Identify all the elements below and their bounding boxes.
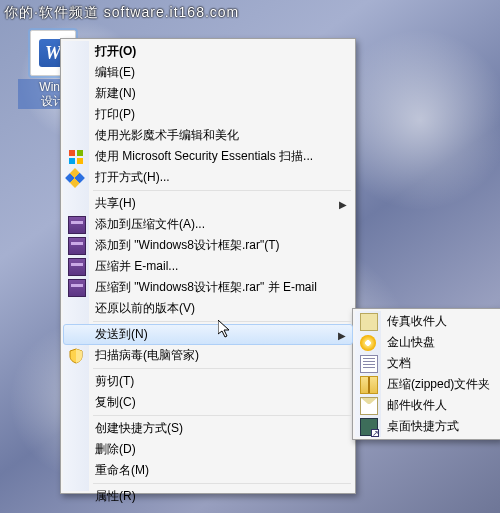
rar-icon xyxy=(68,216,86,234)
submenu-item-desktop-shortcut[interactable]: 桌面快捷方式 xyxy=(355,416,498,437)
shield2-icon xyxy=(68,348,84,364)
menu-item-shortcut[interactable]: 创建快捷方式(S) xyxy=(63,418,353,439)
submenu-item-label: 金山快盘 xyxy=(387,334,435,351)
win-icon xyxy=(68,149,84,165)
submenu-item-label: 传真收件人 xyxy=(387,313,447,330)
menu-item-label: 压缩并 E-mail... xyxy=(95,258,178,275)
submenu-item-zipped-folder[interactable]: 压缩(zipped)文件夹 xyxy=(355,374,498,395)
menu-item-label: 打开方式(H)... xyxy=(95,169,170,186)
watermark-url: software.it168.com xyxy=(104,4,240,20)
menu-separator xyxy=(93,321,351,322)
watermark: 你的·软件频道 software.it168.com xyxy=(4,4,239,22)
shield-icon xyxy=(65,168,85,188)
menu-item-label: 发送到(N) xyxy=(95,326,148,343)
menu-item-label: 添加到压缩文件(A)... xyxy=(95,216,205,233)
svg-rect-0 xyxy=(69,150,75,156)
menu-item-label: 新建(N) xyxy=(95,85,136,102)
menu-item-label: 添加到 "Windows8设计框架.rar"(T) xyxy=(95,237,280,254)
menu-item-open-with[interactable]: 打开方式(H)... xyxy=(63,167,353,188)
menu-separator xyxy=(93,415,351,416)
mail-icon xyxy=(360,397,378,415)
menu-item-label: 属性(R) xyxy=(95,488,136,505)
menu-item-rar-to-email[interactable]: 压缩到 "Windows8设计框架.rar" 并 E-mail xyxy=(63,277,353,298)
menu-item-label: 打印(P) xyxy=(95,106,135,123)
menu-item-delete[interactable]: 删除(D) xyxy=(63,439,353,460)
menu-item-label: 编辑(E) xyxy=(95,64,135,81)
desk-icon xyxy=(360,418,378,436)
menu-item-restore-prev[interactable]: 还原以前的版本(V) xyxy=(63,298,353,319)
submenu-item-jinshan-disk[interactable]: 金山快盘 xyxy=(355,332,498,353)
menu-item-mse-scan[interactable]: 使用 Microsoft Security Essentials 扫描... xyxy=(63,146,353,167)
menu-item-rename[interactable]: 重命名(M) xyxy=(63,460,353,481)
rar-icon xyxy=(68,279,86,297)
zip-icon xyxy=(360,376,378,394)
submenu-arrow-icon: ▶ xyxy=(338,329,346,340)
submenu-item-documents[interactable]: 文档 xyxy=(355,353,498,374)
menu-separator xyxy=(93,483,351,484)
menu-item-label: 还原以前的版本(V) xyxy=(95,300,195,317)
menu-item-label: 扫描病毒(电脑管家) xyxy=(95,347,199,364)
menu-item-share[interactable]: 共享(H)▶ xyxy=(63,193,353,214)
send-to-submenu[interactable]: 传真收件人金山快盘文档压缩(zipped)文件夹邮件收件人桌面快捷方式 xyxy=(352,308,500,440)
submenu-item-fax-recipient[interactable]: 传真收件人 xyxy=(355,311,498,332)
menu-item-new[interactable]: 新建(N) xyxy=(63,83,353,104)
menu-item-copy[interactable]: 复制(C) xyxy=(63,392,353,413)
menu-item-send-to[interactable]: 发送到(N)▶ xyxy=(63,324,353,345)
menu-item-label: 打开(O) xyxy=(95,43,136,60)
menu-item-label: 共享(H) xyxy=(95,195,136,212)
disk-icon xyxy=(360,335,376,351)
menu-separator xyxy=(93,190,351,191)
menu-item-label: 使用光影魔术手编辑和美化 xyxy=(95,127,239,144)
menu-item-magic-edit[interactable]: 使用光影魔术手编辑和美化 xyxy=(63,125,353,146)
rar-icon xyxy=(68,258,86,276)
submenu-item-label: 压缩(zipped)文件夹 xyxy=(387,376,490,393)
menu-item-label: 使用 Microsoft Security Essentials 扫描... xyxy=(95,148,313,165)
menu-item-cut[interactable]: 剪切(T) xyxy=(63,371,353,392)
submenu-item-label: 桌面快捷方式 xyxy=(387,418,459,435)
submenu-arrow-icon: ▶ xyxy=(339,198,347,209)
submenu-item-mail-recipient[interactable]: 邮件收件人 xyxy=(355,395,498,416)
menu-item-label: 创建快捷方式(S) xyxy=(95,420,183,437)
desktop-background[interactable]: 你的·软件频道 software.it168.com W Wind 设计 打开(… xyxy=(0,0,500,513)
menu-item-label: 删除(D) xyxy=(95,441,136,458)
menu-item-edit[interactable]: 编辑(E) xyxy=(63,62,353,83)
menu-item-label: 剪切(T) xyxy=(95,373,134,390)
svg-rect-3 xyxy=(77,158,83,164)
menu-item-rar-email[interactable]: 压缩并 E-mail... xyxy=(63,256,353,277)
fax-icon xyxy=(360,313,378,331)
menu-item-label: 重命名(M) xyxy=(95,462,149,479)
menu-item-label: 复制(C) xyxy=(95,394,136,411)
watermark-text: 你的·软件频道 xyxy=(4,4,99,20)
menu-item-label: 压缩到 "Windows8设计框架.rar" 并 E-mail xyxy=(95,279,317,296)
context-menu[interactable]: 打开(O)编辑(E)新建(N)打印(P)使用光影魔术手编辑和美化使用 Micro… xyxy=(60,38,356,494)
menu-item-open[interactable]: 打开(O) xyxy=(63,41,353,62)
rar-icon xyxy=(68,237,86,255)
menu-item-rar-add[interactable]: 添加到压缩文件(A)... xyxy=(63,214,353,235)
menu-separator xyxy=(93,368,351,369)
menu-item-rar-add-to[interactable]: 添加到 "Windows8设计框架.rar"(T) xyxy=(63,235,353,256)
menu-item-scan-virus[interactable]: 扫描病毒(电脑管家) xyxy=(63,345,353,366)
menu-item-properties[interactable]: 属性(R) xyxy=(63,486,353,507)
svg-rect-2 xyxy=(69,158,75,164)
svg-rect-1 xyxy=(77,150,83,156)
doc-icon xyxy=(360,355,378,373)
submenu-item-label: 邮件收件人 xyxy=(387,397,447,414)
submenu-item-label: 文档 xyxy=(387,355,411,372)
menu-item-print[interactable]: 打印(P) xyxy=(63,104,353,125)
